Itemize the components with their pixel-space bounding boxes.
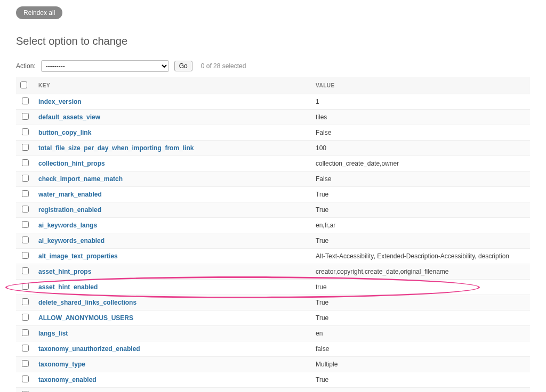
row-key-link[interactable]: asset_hint_props	[38, 268, 91, 275]
row-key-link[interactable]: index_version	[38, 98, 82, 105]
row-checkbox[interactable]	[22, 159, 29, 166]
row-key-link[interactable]: collection_hint_props	[38, 160, 105, 167]
row-checkbox[interactable]	[22, 221, 29, 228]
row-value-cell: True	[311, 388, 530, 393]
row-key-cell: asset_hint_props	[34, 264, 311, 280]
row-checkbox[interactable]	[22, 97, 29, 104]
row-key-link[interactable]: alt_image_text_properties	[38, 252, 118, 260]
row-value-cell: true	[311, 280, 530, 295]
table-row: face_recognition_enabledTrue	[16, 388, 530, 393]
row-key-cell: button_copy_link	[34, 125, 311, 141]
table-row: ai_keywords_enabledTrue	[16, 233, 530, 249]
row-key-link[interactable]: ai_keywords_enabled	[38, 237, 105, 244]
row-key-cell: asset_hint_enabled	[34, 280, 311, 295]
page-title: Select option to change	[16, 35, 530, 47]
row-checkbox[interactable]	[22, 206, 29, 213]
row-checkbox[interactable]	[22, 283, 29, 290]
row-key-link[interactable]: default_assets_view	[38, 113, 100, 121]
row-checkbox[interactable]	[22, 267, 29, 274]
row-key-link[interactable]: taxonomy_enabled	[38, 376, 97, 383]
table-row: asset_hint_enabledtrue	[16, 280, 530, 295]
actions-bar: Action: --------- Go 0 of 28 selected	[16, 60, 530, 72]
row-key-link[interactable]: asset_hint_enabled	[38, 283, 98, 291]
row-key-cell: total_file_size_per_day_when_importing_f…	[34, 141, 311, 156]
row-key-link[interactable]: button_copy_link	[38, 129, 91, 136]
row-checkbox[interactable]	[22, 375, 29, 382]
row-value-cell: True	[311, 202, 530, 218]
row-value-cell: Alt-Text-Accessibility, Extended-Descrip…	[311, 249, 530, 264]
row-checkbox[interactable]	[22, 329, 29, 336]
row-checkbox-cell	[16, 295, 34, 311]
results-table: KEY VALUE index_version1default_assets_v…	[16, 77, 530, 392]
row-checkbox[interactable]	[22, 236, 29, 243]
column-header-key[interactable]: KEY	[34, 77, 311, 94]
row-key-cell: default_assets_view	[34, 110, 311, 125]
selection-count: 0 of 28 selected	[201, 62, 246, 70]
row-key-cell: face_recognition_enabled	[34, 388, 311, 393]
table-row: taxonomy_typeMultiple	[16, 357, 530, 372]
row-key-cell: taxonomy_type	[34, 357, 311, 372]
row-key-link[interactable]: delete_shared_links_collections	[38, 299, 136, 306]
row-value-cell: en	[311, 326, 530, 341]
row-key-link[interactable]: registration_enabled	[38, 206, 101, 214]
row-checkbox[interactable]	[22, 360, 29, 367]
row-key-link[interactable]: taxonomy_unauthorized_enabled	[38, 345, 140, 353]
row-checkbox[interactable]	[22, 144, 29, 151]
row-key-link[interactable]: total_file_size_per_day_when_importing_f…	[38, 144, 194, 152]
row-value-cell: en,fr,ar	[311, 218, 530, 233]
row-checkbox-cell	[16, 326, 34, 341]
table-row: button_copy_linkFalse	[16, 125, 530, 141]
row-value-cell: collection_create_date,owner	[311, 156, 530, 172]
table-row: alt_image_text_propertiesAlt-Text-Access…	[16, 249, 530, 264]
row-checkbox-cell	[16, 125, 34, 141]
row-key-cell: water_mark_enabled	[34, 187, 311, 202]
row-value-cell: Multiple	[311, 357, 530, 372]
row-key-cell: ai_keywords_enabled	[34, 233, 311, 249]
row-key-link[interactable]: ALLOW_ANONYMOUS_USERS	[38, 314, 133, 322]
results-table-wrap: KEY VALUE index_version1default_assets_v…	[16, 77, 530, 392]
row-checkbox-cell	[16, 280, 34, 295]
row-key-link[interactable]: taxonomy_type	[38, 361, 85, 368]
select-all-header	[16, 77, 34, 94]
row-key-cell: delete_shared_links_collections	[34, 295, 311, 311]
table-row: langs_listen	[16, 326, 530, 341]
row-value-cell: tiles	[311, 110, 530, 125]
row-value-cell: True	[311, 187, 530, 202]
table-row: registration_enabledTrue	[16, 202, 530, 218]
action-select[interactable]: ---------	[41, 60, 169, 72]
reindex-all-button[interactable]: Reindex all	[16, 6, 62, 19]
select-all-checkbox[interactable]	[20, 81, 27, 88]
row-value-cell: False	[311, 125, 530, 141]
row-checkbox-cell	[16, 357, 34, 372]
row-checkbox[interactable]	[22, 128, 29, 135]
row-key-link[interactable]: water_mark_enabled	[38, 191, 102, 198]
row-checkbox[interactable]	[22, 175, 29, 182]
row-checkbox-cell	[16, 156, 34, 172]
row-checkbox-cell	[16, 311, 34, 326]
row-checkbox-cell	[16, 110, 34, 125]
row-checkbox-cell	[16, 249, 34, 264]
row-key-cell: ai_keywords_langs	[34, 218, 311, 233]
go-button[interactable]: Go	[174, 61, 192, 71]
row-checkbox-cell	[16, 341, 34, 357]
row-key-cell: taxonomy_unauthorized_enabled	[34, 341, 311, 357]
row-key-cell: taxonomy_enabled	[34, 372, 311, 388]
column-header-value[interactable]: VALUE	[311, 77, 530, 94]
table-row: collection_hint_propscollection_create_d…	[16, 156, 530, 172]
row-checkbox[interactable]	[22, 314, 29, 321]
row-key-link[interactable]: check_import_name_match	[38, 175, 123, 183]
table-row: delete_shared_links_collectionsTrue	[16, 295, 530, 311]
table-row: check_import_name_matchFalse	[16, 172, 530, 187]
row-checkbox-cell	[16, 202, 34, 218]
row-checkbox[interactable]	[22, 345, 29, 352]
row-checkbox[interactable]	[22, 298, 29, 305]
row-checkbox[interactable]	[22, 113, 29, 120]
row-key-link[interactable]: ai_keywords_langs	[38, 222, 97, 229]
row-key-link[interactable]: langs_list	[38, 330, 68, 337]
row-checkbox-cell	[16, 264, 34, 280]
row-value-cell: False	[311, 172, 530, 187]
row-checkbox[interactable]	[22, 252, 29, 259]
row-key-cell: ALLOW_ANONYMOUS_USERS	[34, 311, 311, 326]
row-checkbox[interactable]	[22, 190, 29, 197]
row-key-cell: check_import_name_match	[34, 172, 311, 187]
